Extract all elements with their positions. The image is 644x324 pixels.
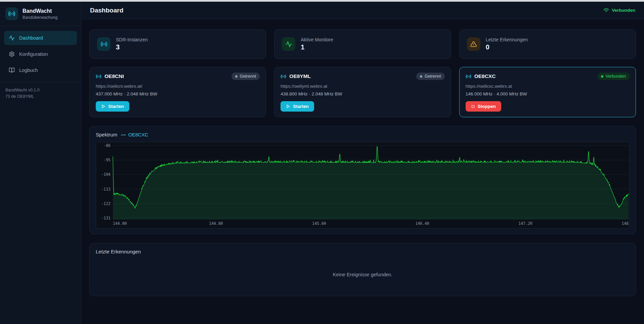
svg-text:-86: -86 — [103, 143, 111, 148]
radio-waves-icon — [466, 74, 471, 79]
sdr-frequency: 146.000 MHz · 4.000 MHz BW — [466, 91, 630, 96]
start-button[interactable]: Starten — [281, 101, 314, 112]
status-badge: Getrennt — [416, 73, 445, 80]
spectrum-panel: Spektrum — OE8CXC -86-95-104-113-122-131… — [89, 126, 636, 234]
sidebar-item-label: Logbuch — [19, 68, 38, 73]
sidebar-item-dashboard[interactable]: Dashboard — [4, 31, 77, 45]
sdr-name: OE8YML — [289, 73, 311, 79]
svg-text:146.40: 146.40 — [415, 221, 429, 226]
play-icon — [286, 104, 290, 109]
radio-waves-icon — [96, 74, 101, 79]
brand: BandWacht Bandüberwachung — [0, 2, 81, 26]
app-root: BandWacht Bandüberwachung Dashboard Konf… — [0, 2, 644, 324]
sdr-frequency: 438.800 MHz · 2.048 MHz BW — [281, 91, 444, 96]
app-version: BandWacht v0.1.0 — [5, 87, 76, 93]
stats-row: SDR-Instanzen 3 Aktive Monitore 1 — [89, 29, 636, 59]
svg-text:147.20: 147.20 — [518, 221, 532, 226]
connection-status: Verbunden — [603, 7, 635, 13]
activity-icon — [9, 35, 15, 41]
stop-button[interactable]: Stoppen — [466, 101, 501, 112]
radio-waves-icon — [5, 7, 18, 20]
svg-text:-131: -131 — [101, 216, 111, 220]
start-button[interactable]: Starten — [96, 101, 129, 112]
footer-callsign: 73 de OE8YML — [5, 93, 76, 100]
detections-empty-message: Keine Ereignisse gefunden. — [96, 272, 630, 277]
play-icon — [101, 104, 105, 109]
svg-text:144.00: 144.00 — [113, 221, 127, 226]
wifi-icon — [603, 7, 609, 13]
stat-card-sdr-instances: SDR-Instanzen 3 — [89, 29, 266, 59]
svg-text:148.00: 148.00 — [621, 221, 629, 226]
stat-card-active-monitors: Aktive Monitore 1 — [274, 29, 451, 59]
main-area: Dashboard Verbunden SDR-Instanzen 3 — [81, 2, 644, 324]
stat-value: 1 — [301, 43, 333, 51]
gear-icon — [9, 51, 15, 57]
sidebar-item-label: Dashboard — [19, 35, 43, 41]
sdr-url: https://oe8cxc.webrx.at — [466, 84, 630, 89]
status-dot — [420, 75, 422, 78]
detections-title: Letzte Erkennungen — [96, 249, 630, 254]
sdr-card-oe8yml[interactable]: OE8YML Getrennt https://oe8yml.webrx.at … — [274, 67, 451, 117]
detections-panel: Letzte Erkennungen Keine Ereignisse gefu… — [89, 243, 636, 296]
radio-waves-icon — [281, 74, 286, 79]
stop-icon — [471, 105, 475, 109]
stat-label: SDR-Instanzen — [116, 37, 148, 42]
legend-series-label: OE8CXC — [128, 132, 148, 137]
sidebar-nav: Dashboard Konfiguration Logbuch — [0, 26, 81, 82]
stat-label: Letzte Erkennungen — [486, 37, 528, 42]
spectrum-chart: -86-95-104-113-122-131144.00144.80145.60… — [96, 142, 630, 229]
sdr-frequency: 437.000 MHz · 2.048 MHz BW — [96, 91, 260, 96]
svg-text:-104: -104 — [101, 172, 111, 177]
dashboard-content: SDR-Instanzen 3 Aktive Monitore 1 — [81, 19, 644, 324]
sdr-name: OE8CNI — [104, 73, 124, 79]
warning-triangle-icon — [467, 37, 480, 51]
svg-text:-95: -95 — [103, 158, 111, 162]
brand-title: BandWacht — [23, 8, 57, 14]
sidebar-item-konfiguration[interactable]: Konfiguration — [4, 47, 77, 61]
sdr-card-oe8cxc[interactable]: OE8CXC Verbunden https://oe8cxc.webrx.at… — [459, 67, 636, 117]
radio-waves-icon — [97, 37, 111, 51]
stat-value: 3 — [116, 43, 148, 51]
stat-value: 0 — [486, 43, 528, 51]
sidebar-footer: BandWacht v0.1.0 73 de OE8YML — [0, 82, 81, 105]
stat-label: Aktive Monitore — [301, 37, 333, 42]
sdr-url: https://oe8yml.webrx.at — [281, 84, 444, 89]
svg-text:145.60: 145.60 — [312, 221, 326, 226]
connection-status-label: Verbunden — [612, 8, 635, 13]
legend-line-marker: — — [121, 132, 126, 137]
spectrum-title: Spektrum — [96, 132, 117, 137]
sdr-cards-row: OE8CNI Getrennt https://oe8cni.webrx.at/… — [89, 67, 636, 117]
page-title: Dashboard — [90, 7, 123, 14]
sdr-name: OE8CXC — [474, 73, 496, 79]
status-badge: Getrennt — [231, 73, 260, 80]
status-badge: Verbunden — [597, 73, 630, 80]
sdr-url: https://oe8cni.webrx.at/ — [96, 84, 260, 89]
svg-text:-122: -122 — [101, 201, 111, 206]
sidebar: BandWacht Bandüberwachung Dashboard Konf… — [0, 2, 81, 324]
svg-text:-113: -113 — [101, 187, 111, 192]
sidebar-item-label: Konfiguration — [19, 51, 48, 57]
svg-text:144.80: 144.80 — [209, 221, 223, 226]
activity-icon — [282, 37, 295, 51]
brand-subtitle: Bandüberwachung — [23, 15, 57, 20]
stat-card-recent-detections: Letzte Erkennungen 0 — [459, 29, 636, 59]
sidebar-item-logbuch[interactable]: Logbuch — [4, 63, 77, 77]
status-dot — [235, 75, 238, 78]
top-bar: Dashboard Verbunden — [81, 2, 644, 19]
status-dot — [601, 75, 603, 78]
sdr-card-oe8cni[interactable]: OE8CNI Getrennt https://oe8cni.webrx.at/… — [89, 67, 266, 117]
spectrum-legend: — OE8CXC — [121, 132, 148, 137]
book-open-icon — [9, 67, 15, 73]
